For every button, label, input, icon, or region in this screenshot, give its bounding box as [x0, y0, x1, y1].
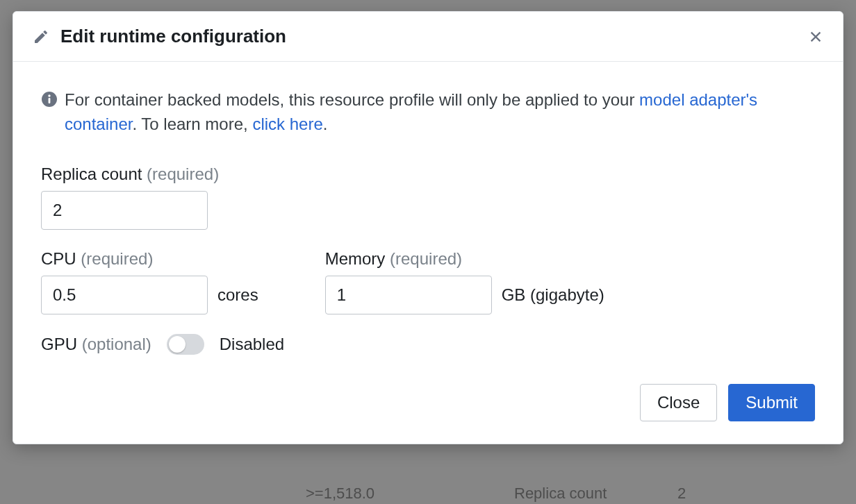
gpu-row: GPU (optional) Disabled — [41, 334, 815, 355]
replica-required: (required) — [147, 165, 219, 183]
memory-label: Memory (required) — [325, 249, 604, 269]
learn-more-link[interactable]: click here — [252, 115, 322, 133]
info-callout: For container backed models, this resour… — [41, 88, 815, 137]
cpu-label: CPU (required) — [41, 249, 258, 269]
modal-title: Edit runtime configuration — [60, 26, 808, 47]
gpu-optional: (optional) — [82, 335, 151, 353]
modal-header: Edit runtime configuration — [13, 12, 843, 62]
info-icon — [41, 91, 58, 108]
memory-unit: GB (gigabyte) — [502, 285, 604, 305]
replica-group: Replica count (required) — [41, 165, 219, 230]
cpu-unit: cores — [217, 285, 258, 305]
gpu-status: Disabled — [220, 335, 284, 354]
svg-rect-1 — [49, 98, 51, 103]
memory-label-text: Memory — [325, 249, 386, 268]
info-text: For container backed models, this resour… — [65, 88, 815, 137]
cpu-label-text: CPU — [41, 249, 76, 268]
backdrop-replica-label: Replica count — [514, 485, 607, 503]
backdrop-replica-value: 2 — [677, 485, 686, 503]
cpu-group: CPU (required) cores — [41, 249, 258, 314]
gpu-label-text: GPU — [41, 335, 77, 353]
edit-runtime-config-modal: Edit runtime configuration For container… — [13, 11, 843, 444]
info-middle: . To learn more, — [132, 115, 252, 133]
close-button[interactable]: Close — [640, 384, 717, 421]
cpu-input[interactable] — [41, 276, 208, 314]
info-suffix: . — [323, 115, 328, 133]
replica-label-text: Replica count — [41, 165, 142, 183]
gpu-toggle-knob — [169, 336, 186, 353]
cpu-memory-row: CPU (required) cores Memory (required) G… — [41, 249, 815, 314]
svg-point-2 — [48, 94, 50, 96]
gpu-label: GPU (optional) — [41, 335, 151, 354]
backdrop-version: >=1,518.0 — [306, 485, 374, 503]
memory-required: (required) — [390, 249, 462, 268]
edit-icon — [33, 28, 49, 45]
modal-body: For container backed models, this resour… — [13, 62, 843, 384]
modal-footer: Close Submit — [13, 384, 843, 444]
gpu-toggle[interactable] — [167, 334, 204, 355]
info-prefix: For container backed models, this resour… — [65, 90, 639, 109]
replica-label: Replica count (required) — [41, 165, 219, 184]
memory-input[interactable] — [325, 276, 492, 314]
close-icon[interactable] — [808, 29, 823, 44]
replica-row: Replica count (required) — [41, 165, 815, 230]
replica-input[interactable] — [41, 191, 208, 230]
cpu-required: (required) — [81, 249, 153, 268]
memory-group: Memory (required) GB (gigabyte) — [325, 249, 604, 314]
submit-button[interactable]: Submit — [728, 384, 815, 421]
